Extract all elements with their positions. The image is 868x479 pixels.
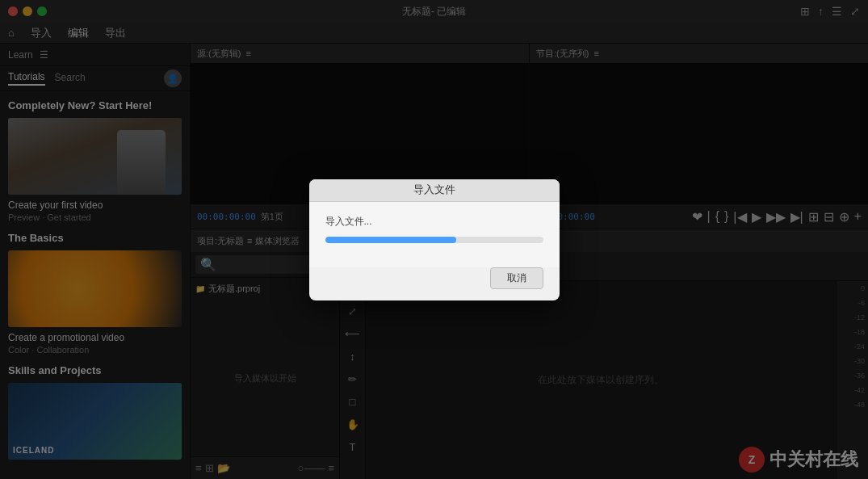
dialog-progress-bar xyxy=(325,237,543,243)
dialog-body: 导入文件... xyxy=(309,202,560,267)
dialog-cancel-button[interactable]: 取消 xyxy=(490,267,543,289)
dialog-overlay: 导入文件 导入文件... 取消 xyxy=(0,0,868,479)
import-dialog: 导入文件 导入文件... 取消 xyxy=(309,179,560,300)
dialog-footer: 取消 xyxy=(309,267,560,300)
dialog-progress-fill xyxy=(325,237,456,243)
dialog-label: 导入文件... xyxy=(325,215,543,229)
dialog-title: 导入文件 xyxy=(309,179,560,202)
